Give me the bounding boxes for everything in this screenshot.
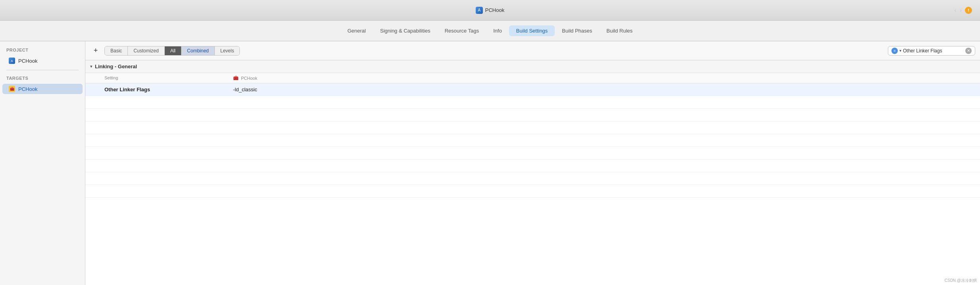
back-arrow-icon[interactable]: ‹	[954, 7, 956, 14]
header-value-col: 🧰 PCHook	[228, 73, 980, 83]
tab-signing[interactable]: Signing & Capabilities	[373, 25, 437, 36]
target-icon: 🧰	[9, 86, 15, 92]
cell-value: -ld_classic	[228, 84, 980, 95]
segment-combined[interactable]: Combined	[181, 46, 215, 55]
search-clear-button[interactable]: ✕	[965, 48, 972, 54]
segment-basic[interactable]: Basic	[105, 46, 128, 55]
add-button[interactable]: +	[90, 45, 101, 56]
titlebar-nav: ‹ › !	[954, 7, 972, 14]
tab-general[interactable]: General	[340, 25, 373, 36]
empty-row-3	[85, 121, 980, 134]
search-container: ≡ ▾ ✕	[888, 46, 975, 56]
table-area: ▾ Linking - General Setting 🧰 PCHook Oth…	[85, 60, 980, 285]
tab-resource-tags[interactable]: Resource Tags	[438, 25, 486, 36]
tab-info[interactable]: Info	[486, 25, 509, 36]
tab-build-phases[interactable]: Build Phases	[555, 25, 599, 36]
target-item-label: PCHook	[18, 86, 37, 92]
segment-customized[interactable]: Customized	[128, 46, 164, 55]
section-chevron-icon: ▾	[90, 64, 93, 69]
table-header-row: Setting 🧰 PCHook	[85, 73, 980, 83]
header-setting-col: Setting	[85, 73, 228, 83]
search-icon: ≡	[891, 48, 898, 54]
empty-row-2	[85, 109, 980, 121]
project-icon: A	[9, 58, 15, 64]
empty-row-5	[85, 147, 980, 160]
segment-control: Basic Customized All Combined Levels	[104, 46, 240, 56]
titlebar: A PCHook ‹ › !	[0, 0, 980, 21]
empty-row-1	[85, 96, 980, 109]
sidebar-divider	[6, 70, 79, 70]
sidebar: PROJECT A PCHook TARGETS 🧰 PCHook	[0, 41, 85, 285]
targets-section-label: TARGETS	[0, 76, 85, 84]
empty-row-6	[85, 160, 980, 172]
content-area: + Basic Customized All Combined Levels ≡…	[85, 41, 980, 285]
main-layout: PROJECT A PCHook TARGETS 🧰 PCHook + Basi…	[0, 41, 980, 285]
tab-build-settings[interactable]: Build Settings	[509, 25, 555, 36]
section-header-linking-general[interactable]: ▾ Linking - General	[85, 60, 980, 73]
section-title: Linking - General	[95, 64, 137, 69]
search-input[interactable]	[903, 48, 964, 54]
empty-row-7	[85, 172, 980, 185]
forward-arrow-icon[interactable]: ›	[960, 7, 962, 14]
segment-levels[interactable]: Levels	[215, 46, 240, 55]
search-dropdown-icon: ▾	[899, 48, 901, 53]
empty-row-8	[85, 185, 980, 198]
sidebar-item-target-pchook[interactable]: 🧰 PCHook	[2, 84, 83, 94]
segment-all[interactable]: All	[165, 46, 181, 55]
warning-icon: !	[965, 7, 972, 14]
build-toolbar: + Basic Customized All Combined Levels ≡…	[85, 41, 980, 60]
app-icon: A	[476, 7, 483, 14]
table-row[interactable]: Other Linker Flags -ld_classic	[85, 83, 980, 96]
tab-build-rules[interactable]: Build Rules	[599, 25, 640, 36]
header-project-name: PCHook	[241, 76, 257, 81]
app-name: PCHook	[485, 7, 504, 13]
sidebar-item-project-pchook[interactable]: A PCHook	[2, 56, 83, 66]
project-section-label: PROJECT	[0, 48, 85, 56]
titlebar-title: A PCHook	[476, 7, 504, 14]
cell-setting: Other Linker Flags	[85, 84, 228, 95]
header-icon: 🧰	[233, 75, 239, 81]
empty-row-4	[85, 134, 980, 147]
project-item-label: PCHook	[18, 58, 37, 64]
tabbar: General Signing & Capabilities Resource …	[0, 21, 980, 41]
watermark: CSDN @冻冷刺猬	[945, 278, 977, 283]
